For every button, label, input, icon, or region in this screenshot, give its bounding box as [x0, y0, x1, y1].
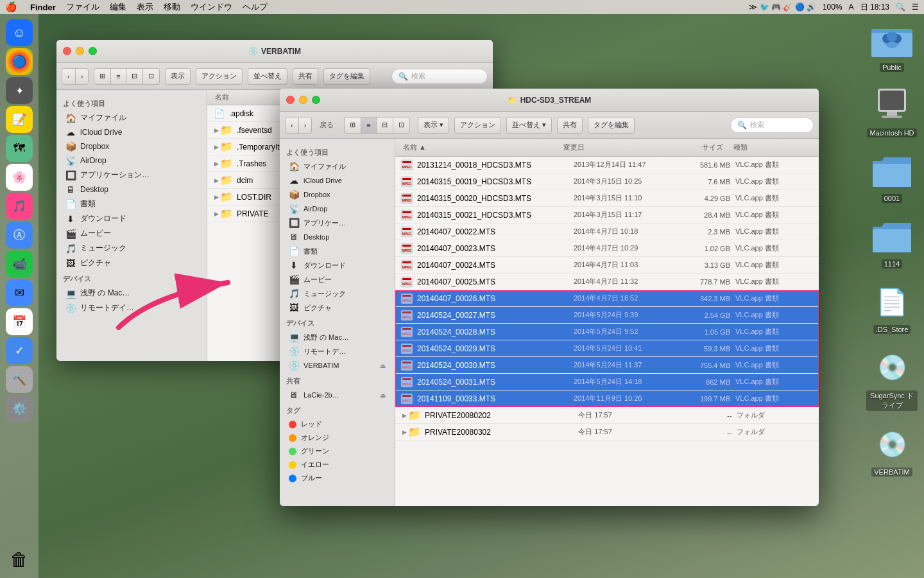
front-sidebar-dropbox[interactable]: 📦 Dropbox: [282, 188, 392, 202]
front-col-date[interactable]: 変更日: [561, 143, 669, 152]
front-file-row-7[interactable]: MPEG 20140407_00025.MTS 2014年4月7日 11:32 …: [395, 274, 819, 290]
front-verbatim-eject[interactable]: ⏏: [380, 362, 386, 369]
back-sidebar-music[interactable]: 🎵 ミュージック: [59, 241, 204, 256]
back-view-column[interactable]: ⊟: [126, 68, 142, 85]
finder-menu[interactable]: Finder: [30, 3, 56, 12]
dock-wunderlist[interactable]: ✓: [6, 337, 33, 364]
front-view-icon[interactable]: ⊞: [344, 117, 361, 134]
back-sidebar-downloads[interactable]: ⬇ ダウンロード: [59, 211, 204, 226]
back-maximize-button[interactable]: [89, 47, 97, 55]
front-file-row-8[interactable]: MPEG 20140407_00026.MTS 2014年4月7日 16:52 …: [395, 290, 819, 307]
desktop-icon-public[interactable]: Public: [866, 19, 918, 72]
back-sidebar-movies[interactable]: 🎬 ムービー: [59, 226, 204, 241]
back-sidebar-icloud[interactable]: ☁ iCloud Drive: [59, 125, 204, 139]
dock-appstore[interactable]: Ⓐ: [6, 222, 33, 249]
desktop-icon-sugarsync[interactable]: 💿 SugarSync ドライブ: [866, 347, 918, 411]
front-col-type[interactable]: 種類: [731, 143, 814, 152]
front-sidebar-desktop[interactable]: 🖥 Desktop: [282, 230, 392, 244]
back-sidebar-remote[interactable]: 💿 リモートデイ…: [59, 301, 204, 315]
front-action-btn[interactable]: アクション: [454, 117, 501, 134]
dock-mail[interactable]: ✉: [6, 279, 33, 306]
back-search[interactable]: 🔍 検索: [391, 69, 488, 84]
front-sidebar-mac[interactable]: 💻 浅野 の Mac…: [282, 330, 392, 344]
desktop-icon-1114[interactable]: 1114: [866, 216, 918, 268]
back-sidebar-airdrop[interactable]: 📡 AirDrop: [59, 153, 204, 168]
front-view-coverflow[interactable]: ⊡: [393, 117, 410, 134]
front-sidebar-apps[interactable]: 🔲 アプリケー…: [282, 216, 392, 230]
back-sidebar-apps[interactable]: 🔲 アプリケーション…: [59, 168, 204, 182]
front-file-row-15[interactable]: ▶ 📁 PRIVATE20080202 今日 17:57 -- フォルダ: [395, 407, 819, 424]
front-view-btn[interactable]: 表示 ▾: [418, 117, 449, 134]
window-menu[interactable]: ウインドウ: [191, 1, 232, 13]
edit-menu[interactable]: 編集: [110, 1, 126, 13]
front-file-row-2[interactable]: MPEG 20140315_00020_HDCSD3.MTS 2014年3月15…: [395, 190, 819, 207]
front-file-row-1[interactable]: MPEG 20140315_00019_HDCSD3.MTS 2014年3月15…: [395, 173, 819, 190]
front-share-btn[interactable]: 共有: [557, 117, 583, 134]
front-file-row-10[interactable]: MPEG 20140524_00028.MTS 2014年5月24日 9:52 …: [395, 324, 819, 340]
front-view-column[interactable]: ⊟: [376, 117, 393, 134]
apple-menu[interactable]: 🍎: [5, 1, 17, 13]
front-back-button[interactable]: ‹: [285, 117, 298, 134]
back-sidebar-pictures[interactable]: 🖼 ピクチャ: [59, 256, 204, 270]
back-share-btn[interactable]: 共有: [293, 68, 318, 85]
front-sidebar-tag-yellow[interactable]: イエロー: [282, 458, 392, 471]
front-sidebar-tag-blue[interactable]: ブルー: [282, 471, 392, 485]
desktop-icon-macintosh[interactable]: Macintosh HD: [866, 85, 918, 137]
front-sidebar-movies[interactable]: 🎬 ムービー: [282, 272, 392, 286]
back-minimize-button[interactable]: [76, 47, 84, 55]
front-sidebar-tag-green[interactable]: グリーン: [282, 444, 392, 458]
front-view-list[interactable]: ≡: [361, 117, 375, 134]
back-view-btn[interactable]: 表示: [165, 68, 191, 85]
front-sidebar-tag-red[interactable]: レッド: [282, 417, 392, 431]
dock-photos[interactable]: 🌸: [6, 164, 33, 191]
front-minimize-button[interactable]: [299, 96, 307, 104]
front-tag-btn[interactable]: タグを編集: [588, 117, 635, 134]
dock-spotlight[interactable]: ✦: [6, 77, 33, 104]
search-icon[interactable]: 🔍: [896, 3, 905, 12]
go-menu[interactable]: 移動: [164, 1, 180, 13]
dock-maps[interactable]: 🗺: [6, 135, 33, 162]
dock-music[interactable]: 🎵: [6, 193, 33, 220]
dock-syspref[interactable]: ⚙️: [6, 395, 33, 422]
front-sidebar-pictures[interactable]: 🖼 ピクチャ: [282, 301, 392, 315]
front-maximize-button[interactable]: [312, 96, 320, 104]
back-view-coverflow[interactable]: ⊡: [142, 68, 160, 85]
front-sidebar-lacie[interactable]: 🖥 LaCie-2b… ⏏: [282, 388, 392, 402]
dock-cal[interactable]: 📅: [6, 308, 33, 335]
view-menu[interactable]: 表示: [137, 1, 153, 13]
front-file-row-3[interactable]: MPEG 20140315_00021_HDCSD3.MTS 2014年3月15…: [395, 207, 819, 223]
desktop-icon-dsstore[interactable]: 📄 .DS_Store: [866, 281, 918, 334]
back-arrange-btn[interactable]: 並べ替え: [248, 68, 287, 85]
dock-finder[interactable]: ☺: [6, 19, 33, 46]
back-tag-btn[interactable]: タグを編集: [323, 68, 370, 85]
front-forward-button[interactable]: ›: [298, 117, 312, 134]
dock-facetime[interactable]: 📹: [6, 250, 33, 277]
front-sidebar-music[interactable]: 🎵 ミュージック: [282, 286, 392, 301]
file-menu[interactable]: ファイル: [66, 1, 99, 13]
front-file-row-9[interactable]: MPEG 20140524_00027.MTS 2014年5月24日 9:39 …: [395, 307, 819, 324]
dock-notes[interactable]: 📝: [6, 106, 33, 133]
back-sidebar-mac[interactable]: 💻 浅野 の Mac…: [59, 286, 204, 301]
front-sidebar-airdrop[interactable]: 📡 AirDrop: [282, 202, 392, 216]
desktop-icon-0001[interactable]: 0001: [866, 150, 918, 203]
dock-chrome[interactable]: 🔵: [6, 48, 33, 75]
front-file-row-12[interactable]: MPEG 20140524_00030.MTS 2014年5月24日 11:37…: [395, 357, 819, 374]
dock-xcode[interactable]: 🔨: [6, 366, 33, 393]
back-sidebar-myfiles[interactable]: 🏠 マイファイル: [59, 110, 204, 125]
front-sidebar-tag-orange[interactable]: オレンジ: [282, 431, 392, 444]
back-sidebar-dropbox[interactable]: 📦 Dropbox: [59, 139, 204, 153]
front-lacie-eject[interactable]: ⏏: [380, 392, 386, 399]
front-col-size[interactable]: サイズ: [669, 143, 726, 152]
front-file-row-4[interactable]: MPEG 20140407_00022.MTS 2014年4月7日 10:18 …: [395, 223, 819, 240]
back-back-button[interactable]: ‹: [62, 68, 75, 85]
back-forward-button[interactable]: ›: [75, 68, 89, 85]
front-file-row-6[interactable]: MPEG 20140407_00024.MTS 2014年4月7日 11:03 …: [395, 257, 819, 274]
front-file-row-13[interactable]: MPEG 20140524_00031.MTS 2014年5月24日 14:18…: [395, 374, 819, 390]
front-sidebar-remote[interactable]: 💿 リモートデ…: [282, 344, 392, 358]
front-file-row-16[interactable]: ▶ 📁 PRIVATE20080302 今日 17:57 -- フォルダ: [395, 424, 819, 441]
front-sidebar-verbatim[interactable]: 💿 VERBATIM ⏏: [282, 358, 392, 372]
desktop-icon-verbatim[interactable]: 💿 VERBATIM: [866, 424, 918, 477]
help-menu[interactable]: ヘルプ: [243, 1, 268, 13]
front-col-name[interactable]: 名前 ▲: [400, 143, 561, 152]
front-file-row-11[interactable]: MPEG 20140524_00029.MTS 2014年5月24日 10:41…: [395, 340, 819, 357]
